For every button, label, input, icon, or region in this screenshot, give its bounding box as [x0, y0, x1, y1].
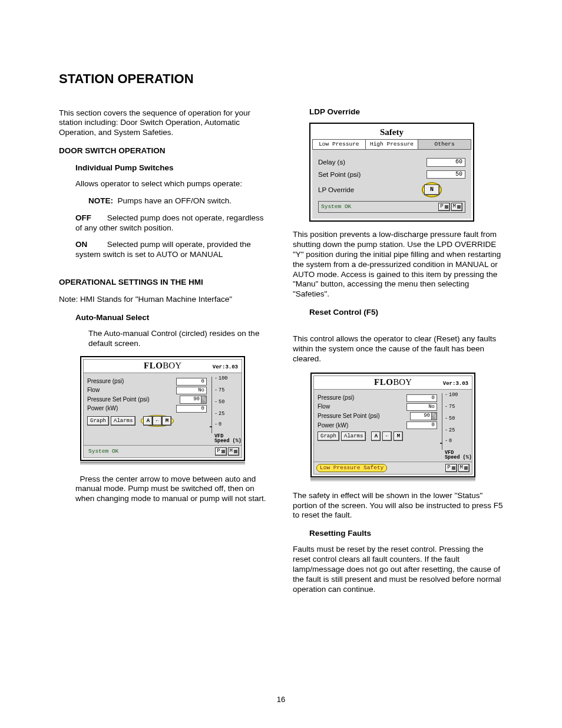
square-icon — [222, 450, 225, 453]
status-text-alert: Low Pressure Safety — [316, 464, 387, 472]
safety-title: Safety — [312, 126, 471, 139]
gauge-tick-75: 75 — [445, 404, 455, 410]
label-setpoint: Pressure Set Point (psi) — [87, 397, 180, 403]
label-safety-setpoint: Set Point (psi) — [318, 170, 427, 179]
alarms-button[interactable]: Alarms — [111, 416, 135, 426]
heading-resetting-faults: Resetting Faults — [293, 529, 503, 539]
brand-flo: FLO — [374, 377, 393, 388]
arrow-button[interactable]: ← — [153, 416, 162, 426]
status-m-indicator: M — [451, 203, 462, 211]
spinner-handle-icon[interactable] — [201, 396, 206, 403]
value-flow: No — [176, 387, 207, 394]
brand-boy: BOY — [163, 360, 181, 371]
tab-low-pressure[interactable]: Low Pressure — [313, 140, 366, 149]
hmi-panel-alert: FLOBOY Ver:3.03 Pressure (psi) 0 Flow No — [310, 373, 475, 482]
value-setpoint: 90 — [411, 413, 431, 420]
label-pressure: Pressure (psi) — [318, 394, 406, 402]
lp-override-button[interactable]: N — [424, 185, 439, 195]
square-icon — [464, 466, 468, 470]
gauge-label: VFDSpeed (%) — [214, 434, 242, 444]
auto-button[interactable]: A — [143, 416, 153, 426]
auto-manual-after: Press the center arrow to move between a… — [59, 475, 269, 505]
gauge-tick-100: 100 — [445, 392, 458, 398]
gauge-tick-50: 50 — [214, 399, 224, 406]
manual-button[interactable]: M — [394, 431, 403, 441]
hmi-status-bar: System OK P M — [84, 445, 242, 457]
gauge-tick-25: 25 — [445, 427, 455, 434]
gauge-tick-75: 75 — [214, 387, 224, 394]
safety-panel: Safety Low Pressure High Pressure Others… — [309, 123, 474, 222]
spinner-setpoint[interactable]: 90 — [410, 412, 437, 420]
pump-switches-desc: Allows operator to select which pumps op… — [59, 179, 269, 189]
value-delay[interactable]: 60 — [427, 158, 465, 167]
value-setpoint: 90 — [180, 396, 201, 403]
heading-hmi-settings: OPERATIONAL SETTINGS IN THE HMI — [59, 278, 269, 288]
row-flow: Flow No — [318, 403, 442, 411]
intro-text: This section covers the sequence of oper… — [59, 108, 269, 139]
hmi-panel-default: FLOBOY Ver:3.03 Pressure (psi) 0 Flow No — [80, 356, 245, 465]
brand-boy: BOY — [393, 377, 412, 388]
hmi-titlebar: FLOBOY Ver:3.03 — [314, 376, 472, 390]
tab-high-pressure[interactable]: High Pressure — [366, 140, 419, 149]
square-icon — [234, 450, 237, 453]
arrow-button[interactable]: ← — [382, 431, 392, 441]
off-label: OFF — [75, 213, 105, 223]
auto-manual-desc: The Auto-manual Control (circled) reside… — [59, 329, 269, 349]
gauge-tick-100: 100 — [214, 375, 227, 382]
label-delay: Delay (s) — [318, 158, 427, 166]
row-setpoint: Pressure Set Point (psi) 90 — [318, 412, 442, 420]
heading-ldp-override: LDP Override — [293, 107, 503, 117]
left-column: This section covers the sequence of oper… — [59, 104, 269, 603]
square-icon — [445, 205, 448, 209]
row-flow: Flow No — [87, 387, 211, 394]
row-power: Power (kW) 0 — [87, 405, 211, 413]
ldp-after-text: This position prevents a low-discharge p… — [293, 230, 503, 299]
graph-button[interactable]: Graph — [318, 431, 339, 441]
right-column: LDP Override Safety Low Pressure High Pr… — [293, 104, 503, 603]
status-p-indicator: P — [215, 447, 226, 456]
page-title: STATION OPERATION — [59, 71, 503, 87]
label-flow: Flow — [318, 403, 406, 411]
reset-desc: This control allows the operator to clea… — [293, 334, 503, 364]
status-p-indicator: P — [445, 464, 457, 472]
page-number: 16 — [59, 695, 503, 704]
subheading-auto-manual: Auto-Manual Select — [59, 313, 269, 323]
label-lp-override: LP Override — [318, 186, 422, 194]
resetting-faults-text: Faults must be reset by the reset contro… — [293, 545, 503, 594]
status-m-indicator: M — [458, 464, 470, 472]
heading-door-switch: DOOR SWITCH OPERATION — [59, 146, 269, 156]
label-pressure: Pressure (psi) — [87, 378, 176, 386]
status-p-indicator: P — [438, 203, 449, 211]
gauge-tick-50: 50 — [445, 416, 455, 422]
row-setpoint: Set Point (psi) 50 — [318, 170, 465, 179]
value-flow: No — [406, 403, 437, 411]
tab-others[interactable]: Others — [418, 140, 471, 149]
auto-button[interactable]: A — [371, 431, 381, 441]
label-power: Power (kW) — [87, 405, 176, 413]
spinner-handle-icon[interactable] — [431, 413, 437, 420]
square-icon — [452, 466, 455, 470]
auto-manual-circle-marker: A ← M — [141, 415, 174, 427]
two-column-layout: This section covers the sequence of oper… — [59, 104, 503, 603]
safety-status-bar: System OK P M — [318, 201, 465, 213]
label-flow: Flow — [87, 387, 176, 394]
on-row: ON Selected pump will operate, provided … — [59, 240, 269, 260]
alarms-button[interactable]: Alarms — [341, 431, 366, 441]
off-row: OFF Selected pump does not operate, rega… — [59, 213, 269, 233]
on-label: ON — [75, 240, 105, 250]
heading-reset-control: Reset Control (F5) — [293, 308, 503, 318]
gauge-tick-0: 0 — [214, 421, 222, 428]
gauge-tick-0: 0 — [445, 438, 452, 444]
hmi-button-row: Graph Alarms A ← M — [318, 431, 442, 441]
row-pressure: Pressure (psi) 0 — [87, 378, 211, 386]
value-power: 0 — [406, 421, 437, 429]
safety-tabs: Low Pressure High Pressure Others — [312, 139, 471, 150]
status-text-ok: System OK — [86, 448, 214, 455]
graph-button[interactable]: Graph — [87, 416, 109, 426]
hmi-button-row: Graph Alarms A ← M — [87, 415, 211, 427]
note-label: NOTE: — [88, 196, 113, 205]
row-pressure: Pressure (psi) 0 — [318, 394, 442, 402]
manual-button[interactable]: M — [162, 416, 171, 426]
spinner-setpoint[interactable]: 90 — [180, 396, 207, 404]
value-safety-setpoint[interactable]: 50 — [427, 170, 465, 179]
